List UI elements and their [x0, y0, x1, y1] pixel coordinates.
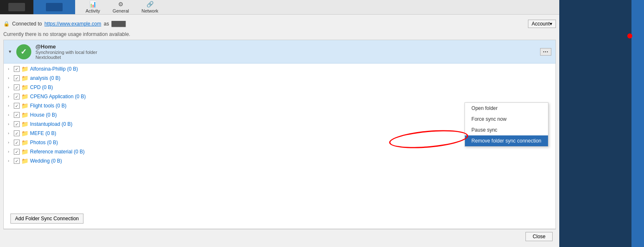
tab-bar: 📊 Activity ⚙ General 🔗 Network — [79, 0, 164, 14]
account-button[interactable]: Account▾ — [528, 20, 556, 28]
lock-icon: 🔒 — [3, 21, 10, 27]
list-item[interactable]: › 📁 CPENG Application (0 B) — [4, 92, 556, 101]
sync-subtitle2: Nextcloudtet — [35, 55, 97, 60]
folder-checkbox[interactable] — [14, 66, 20, 72]
context-menu-item-remove-sync[interactable]: Remove folder sync connection — [465, 135, 548, 146]
list-item[interactable]: › 📁 Reference material (0 B) — [4, 147, 556, 156]
folder-chevron-icon: › — [8, 140, 12, 145]
list-item[interactable]: › 📁 Wedding (0 B) — [4, 156, 556, 166]
folder-chevron-icon: › — [8, 94, 12, 99]
folder-name: CPENG Application (0 B) — [30, 94, 86, 99]
folder-chevron-icon: › — [8, 67, 12, 71]
folder-chevron-icon: › — [8, 76, 12, 80]
folder-chevron-icon: › — [8, 113, 12, 117]
folder-checkbox[interactable] — [14, 103, 20, 109]
folder-checkbox[interactable] — [14, 75, 20, 81]
add-folder-sync-button[interactable]: Add Folder Sync Connection — [10, 214, 83, 224]
app-logo — [0, 0, 33, 14]
folder-chevron-icon: › — [8, 104, 12, 108]
sync-name: @Home — [35, 43, 97, 50]
folder-icon: 📁 — [21, 112, 28, 118]
folder-name: House (0 B) — [30, 112, 57, 118]
sync-subtitle: Synchronizing with local folder — [35, 50, 97, 55]
connected-prefix: Connected to — [12, 21, 42, 27]
blue-strip — [631, 0, 644, 247]
sync-info: @Home Synchronizing with local folder Ne… — [35, 43, 97, 60]
folder-checkbox[interactable] — [14, 121, 20, 127]
status-text: Currently there is no storage usage info… — [3, 31, 556, 37]
folder-name: MEFE (0 B) — [30, 130, 56, 136]
folder-chevron-icon: › — [8, 159, 12, 163]
folder-chevron-icon: › — [8, 85, 12, 89]
list-item[interactable]: › 📁 CPD (0 B) — [4, 83, 556, 92]
folder-name: Photos (0 B) — [30, 140, 58, 145]
folder-name: Instantupload (0 B) — [30, 121, 72, 127]
tab-activity[interactable]: 📊 Activity — [79, 0, 106, 14]
bottom-bar: Close — [3, 229, 556, 244]
connection-info: 🔒 Connected to https://www.example.com a… — [3, 21, 126, 27]
list-item[interactable]: › 📁 analysis (0 B) — [4, 74, 556, 83]
sync-status-icon: ✓ — [16, 44, 31, 59]
titlebar: 📊 Activity ⚙ General 🔗 Network — [0, 0, 559, 15]
folder-name: analysis (0 B) — [30, 75, 61, 81]
tab-network[interactable]: 🔗 Network — [135, 0, 164, 14]
folder-name: Alfonsina-Phillip (0 B) — [30, 66, 78, 72]
folder-icon: 📁 — [21, 158, 28, 164]
account-shape — [46, 3, 63, 11]
folder-checkbox[interactable] — [14, 149, 20, 155]
connected-user: ████ — [111, 21, 126, 27]
context-menu-item-open-folder[interactable]: Open folder — [465, 103, 548, 114]
folder-chevron-icon: › — [8, 150, 12, 154]
folder-name: Flight tools (0 B) — [30, 103, 66, 109]
folder-icon: 📁 — [21, 84, 28, 91]
folder-name: Reference material (0 B) — [30, 149, 85, 155]
context-menu: Open folderForce sync nowPause syncRemov… — [465, 102, 548, 147]
account-icon-area — [33, 0, 75, 14]
content-area: 🔒 Connected to https://www.example.com a… — [0, 15, 559, 247]
folder-icon: 📁 — [21, 139, 28, 146]
folder-icon: 📁 — [21, 130, 28, 137]
red-dot-indicator — [627, 33, 632, 38]
folder-checkbox[interactable] — [14, 84, 20, 90]
activity-icon: 📊 — [89, 1, 96, 8]
folder-icon: 📁 — [21, 121, 28, 127]
folder-icon: 📁 — [21, 102, 28, 109]
sync-panel-wrapper: ▼ ✓ @Home Synchronizing with local folde… — [3, 40, 556, 229]
general-icon: ⚙ — [118, 1, 124, 8]
connected-as: as — [104, 21, 109, 27]
folder-name: Wedding (0 B) — [30, 158, 62, 164]
folder-icon: 📁 — [21, 93, 28, 100]
folder-checkbox[interactable] — [14, 130, 20, 136]
tab-general-label: General — [113, 8, 129, 13]
folder-chevron-icon: › — [8, 131, 12, 135]
folder-checkbox[interactable] — [14, 140, 20, 145]
context-menu-item-pause-sync[interactable]: Pause sync — [465, 125, 548, 135]
connection-bar: 🔒 Connected to https://www.example.com a… — [3, 18, 556, 30]
tab-activity-label: Activity — [86, 8, 100, 13]
context-menu-item-force-sync[interactable]: Force sync now — [465, 114, 548, 125]
more-options-button[interactable]: ··· — [540, 48, 551, 56]
expand-arrow-icon[interactable]: ▼ — [8, 49, 12, 54]
folder-icon: 📁 — [21, 148, 28, 155]
list-item[interactable]: › 📁 Alfonsina-Phillip (0 B) — [4, 64, 556, 74]
folder-checkbox[interactable] — [14, 94, 20, 99]
folder-icon: 📁 — [21, 66, 28, 72]
network-icon: 🔗 — [146, 1, 154, 8]
close-button[interactable]: Close — [525, 232, 553, 241]
folder-chevron-icon: › — [8, 122, 12, 126]
folder-icon: 📁 — [21, 75, 28, 81]
connection-url[interactable]: https://www.example.com — [44, 21, 101, 27]
folder-checkbox[interactable] — [14, 158, 20, 164]
tab-network-label: Network — [141, 8, 158, 13]
folder-name: CPD (0 B) — [30, 84, 53, 90]
logo-icon — [8, 3, 25, 11]
sync-header: ▼ ✓ @Home Synchronizing with local folde… — [4, 40, 556, 64]
tab-general[interactable]: ⚙ General — [106, 0, 135, 14]
right-panel — [559, 0, 644, 247]
add-sync-area: Add Folder Sync Connection — [4, 209, 556, 229]
folder-checkbox[interactable] — [14, 112, 20, 118]
